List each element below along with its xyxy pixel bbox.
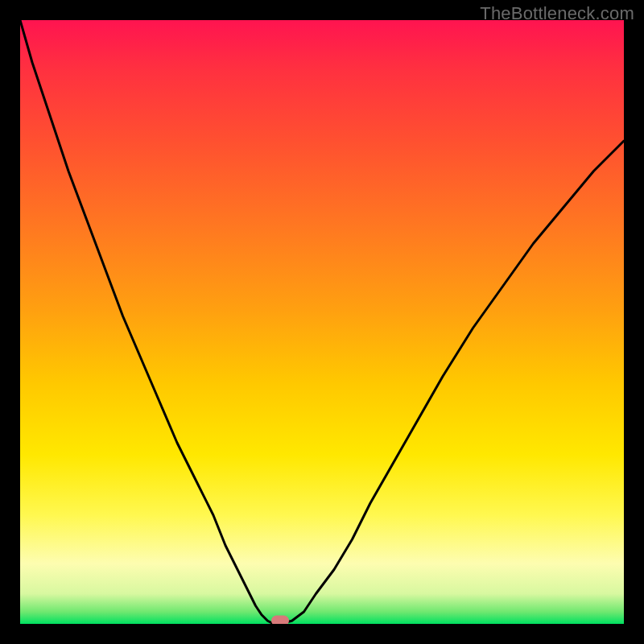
plot-area bbox=[20, 20, 624, 624]
optimum-marker bbox=[271, 616, 289, 624]
chart-frame: TheBottleneck.com bbox=[0, 0, 644, 644]
bottleneck-curve-path bbox=[20, 20, 624, 624]
curve-svg bbox=[20, 20, 624, 624]
watermark-text: TheBottleneck.com bbox=[480, 3, 634, 24]
